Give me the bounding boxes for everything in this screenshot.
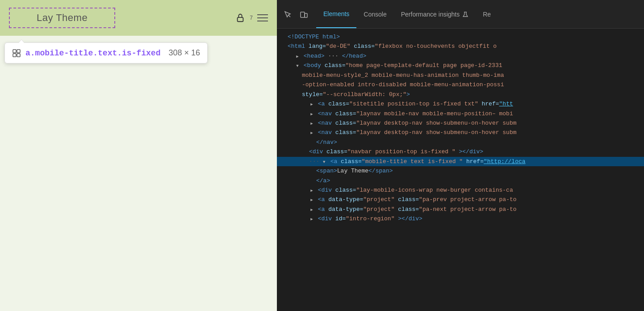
- html-line-10[interactable]: <nav class="laynav desktop-nav show-subm…: [277, 118, 644, 128]
- tab-elements[interactable]: Elements: [316, 0, 356, 28]
- flask-icon: [462, 11, 468, 17]
- html-line-13: <div class="navbar position-top is-fixed…: [277, 147, 644, 156]
- svg-rect-4: [17, 54, 20, 57]
- html-line-14[interactable]: ··· <a class="mobile-title text is-fixed…: [277, 157, 644, 166]
- svg-rect-1: [13, 50, 16, 53]
- svg-rect-3: [13, 54, 16, 57]
- html-line-17[interactable]: <div class="lay-mobile-icons-wrap new-bu…: [277, 185, 644, 195]
- svg-rect-2: [17, 50, 20, 53]
- html-line-8[interactable]: <a class="sitetitle position-top is-fixe…: [277, 99, 644, 109]
- svg-line-5: [289, 15, 291, 17]
- html-line-3[interactable]: <head> ··· </head>: [277, 51, 644, 61]
- html-line-4[interactable]: <body class="home page-template-default …: [277, 61, 644, 70]
- html-line-6: -option-enabled intro-disabled mobile-me…: [277, 80, 644, 89]
- html-line-15: <span>Lay Theme</span>: [277, 166, 644, 176]
- html-line-2: <html lang="de-DE" class="flexbox no-tou…: [277, 42, 644, 51]
- element-size: 308 × 16: [168, 48, 200, 58]
- cursor-icon: [284, 10, 292, 18]
- svg-rect-6: [301, 12, 305, 17]
- inspect-button[interactable]: [280, 7, 295, 21]
- html-line-7: style="--scrollbarWidth: 0px;">: [277, 90, 644, 99]
- grid-icon: [12, 49, 21, 58]
- html-line-5: mobile-menu-style_2 mobile-menu-has-anim…: [277, 71, 644, 80]
- svg-rect-0: [238, 17, 243, 21]
- browser-panel: Lay Theme 7 a.mobile-: [0, 0, 277, 311]
- html-line-18[interactable]: <a data-type="project" class="pa-prev pr…: [277, 195, 644, 204]
- devtools-panel: Elements Console Performance insights Re…: [277, 0, 644, 311]
- html-line-20[interactable]: <div id="intro-region" ></div>: [277, 214, 644, 223]
- devtools-html-content: <!DOCTYPE html> <html lang="de-DE" class…: [277, 29, 644, 311]
- site-title: Lay Theme: [9, 8, 115, 28]
- devtools-toolbar: Elements Console Performance insights Re: [277, 0, 644, 29]
- html-line-16: </a>: [277, 176, 644, 185]
- tooltip-icon: [12, 49, 21, 58]
- html-line-11[interactable]: <nav class="laynav desktop-nav show-subm…: [277, 128, 644, 137]
- html-line-12: </nav>: [277, 138, 644, 147]
- browser-header: Lay Theme 7: [0, 0, 277, 36]
- html-line-19[interactable]: <a data-type="project" class="pa-next pr…: [277, 205, 644, 214]
- svg-rect-7: [305, 13, 307, 17]
- device-toggle-button[interactable]: [297, 7, 311, 21]
- tab-performance[interactable]: Performance insights: [394, 0, 476, 28]
- html-line-1: <!DOCTYPE html>: [277, 32, 644, 42]
- header-icons: 7: [235, 13, 268, 23]
- tab-console[interactable]: Console: [356, 0, 393, 28]
- lock-icon: [235, 13, 245, 23]
- device-icon: [300, 10, 308, 18]
- tab-more[interactable]: Re: [476, 0, 498, 28]
- devtools-tabs: Elements Console Performance insights Re: [316, 0, 498, 28]
- html-line-9[interactable]: <nav class="laynav mobile-nav mobile-men…: [277, 109, 644, 118]
- hamburger-menu[interactable]: [257, 14, 268, 21]
- element-tooltip: a.mobile-title.text.is-fixed 308 × 16: [4, 42, 208, 63]
- element-selector: a.mobile-title.text.is-fixed: [25, 49, 160, 58]
- notification-badge: 7: [250, 15, 253, 21]
